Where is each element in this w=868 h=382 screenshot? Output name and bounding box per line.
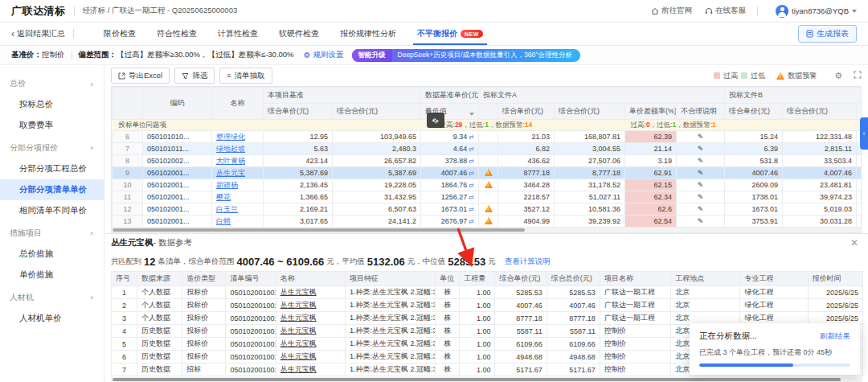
sidebar-item[interactable]: 人材机单价	[0, 308, 104, 329]
sidebar-group: 措施项目∧总价措施单价措施	[0, 223, 104, 285]
deviation-range-label: 偏差范围：	[79, 50, 117, 60]
horizontal-scrollbar[interactable]	[111, 228, 862, 233]
compare-icon[interactable]: ⇄	[469, 218, 474, 225]
calc-explain-link[interactable]: 查看计算说明	[505, 257, 551, 267]
generate-report-button[interactable]: 生成报表	[798, 25, 857, 43]
legend: 过高过低	[714, 71, 765, 81]
sidebar-item[interactable]: 单价措施	[0, 265, 104, 285]
cell-b-unit-price: 1738.01	[725, 191, 783, 203]
item-name-link[interactable]: 丛生元宝	[212, 167, 264, 179]
item-name-link[interactable]: 绿地起坡	[212, 143, 264, 155]
collapse-panel-tab[interactable]: ‹	[860, 117, 868, 150]
ref-col-专业工程: 专业工程	[740, 272, 808, 286]
user-menu-caret-icon[interactable]	[852, 10, 857, 13]
grid-settings-gear-icon[interactable]: ⚙	[834, 72, 842, 80]
sidebar-item[interactable]: 取费费率	[0, 115, 104, 136]
ref-cell: 招标	[182, 364, 226, 376]
sidebar-item[interactable]: 投标总价	[0, 94, 104, 115]
compare-icon[interactable]: ⇄	[469, 182, 474, 189]
list-extract-button[interactable]: ≡ 清单抽取	[219, 68, 272, 84]
headset-icon	[705, 7, 713, 15]
online-support-link[interactable]: 在线客服	[705, 6, 746, 16]
cell-warning	[479, 216, 498, 228]
sidebar-item[interactable]: 分部分项工程总价	[0, 158, 104, 179]
item-name-link[interactable]: 白蜡	[212, 216, 264, 228]
compare-icon[interactable]: ⇄	[469, 146, 474, 153]
cell-b-diff-rate	[857, 203, 862, 216]
edit-reason-icon[interactable]: ✎	[677, 131, 725, 143]
cell-b-unit-price: 1673.01	[725, 203, 783, 216]
table-row[interactable]: 9050102001...丛生元宝5,387.695,387.694007.46…	[113, 167, 862, 179]
reference-header-row: 序号数据来源造价类型清单编号名称项目特征单位工程量综合单价(元)综合总价(元)项…	[112, 272, 863, 286]
table-row[interactable]: 13050102001...白蜡3,017.6524,141.22676.97⇄…	[113, 216, 862, 228]
table-row[interactable]: 11050102001...樱花1,366.6531,432.951256.27…	[113, 191, 862, 203]
compare-icon[interactable]: ⇄	[469, 170, 474, 177]
edit-reason-icon[interactable]: ✎	[677, 191, 725, 203]
table-row[interactable]: 7050101011...绿地起坡5.632,480.34.64⇄6.823,0…	[113, 143, 862, 155]
edit-reason-icon[interactable]: ✎	[677, 143, 725, 155]
table-row[interactable]: 10050102001...新疆杨2,136.4519,228.051864.7…	[113, 179, 862, 191]
cell-b-unit-price: 2609.09	[725, 179, 783, 191]
compare-icon[interactable]: ⇄	[469, 206, 474, 213]
tab-符合性检查[interactable]: 符合性检查	[146, 23, 207, 45]
user-avatar[interactable]	[776, 5, 788, 18]
back-to-summary-button[interactable]: ‹ 返回结果汇总	[11, 28, 65, 39]
tab-计算性检查[interactable]: 计算性检查	[207, 23, 268, 45]
close-icon[interactable]: ✕	[847, 237, 862, 249]
fullscreen-icon[interactable]	[854, 71, 862, 80]
ai-upgrade-banner[interactable]: 智能升级 DeepSeek+历史项目/成本数据批量引入，360°合理性分析	[352, 49, 581, 62]
sidebar-item[interactable]: 总价措施	[0, 244, 104, 265]
item-name-link[interactable]: 大叶黄杨	[212, 155, 264, 167]
cell-diff-rate: 3.19	[625, 155, 677, 167]
count-value: 0	[646, 121, 650, 129]
official-site-link[interactable]: 前往官网	[651, 6, 692, 16]
compare-icon[interactable]: ⇄	[469, 133, 474, 141]
ref-cell: 投标价	[182, 338, 226, 351]
ref-col-工程地点: 工程地点	[671, 272, 740, 286]
count-label: 过高:	[631, 121, 646, 129]
table-row[interactable]: 1个人数据投标价050102001001丛生元宝枫1.种类:丛生元宝枫 2.冠幅…	[112, 286, 863, 299]
ai-upgrade-tag: 智能升级	[352, 49, 392, 62]
scrollbar-thumb[interactable]	[113, 378, 841, 381]
tab-报价规律性分析[interactable]: 报价规律性分析	[330, 23, 407, 45]
tab-限价检查[interactable]: 限价检查	[93, 23, 146, 45]
rule-settings-link[interactable]: ⚙ 规则设置	[304, 50, 344, 60]
table-row[interactable]: 12050102001...白玉兰2,169.216,507.631673.01…	[113, 203, 862, 216]
sidebar-item[interactable]: 相同清单不同单价	[0, 200, 104, 221]
item-name-link[interactable]: 整理绿化	[212, 131, 264, 143]
refresh-results-link[interactable]: 刷新结果	[820, 331, 850, 342]
horizontal-scrollbar[interactable]	[111, 377, 862, 382]
table-row[interactable]: 6050101010...整理绿化12.95103,949.659.34⇄21.…	[113, 131, 862, 143]
edit-reason-icon[interactable]: ✎	[677, 203, 725, 216]
ref-cell: 8777.18	[495, 312, 547, 325]
cell-code: 050102001...	[143, 203, 212, 216]
edit-reason-icon[interactable]: ✎	[677, 155, 725, 167]
compare-icon[interactable]: ⇄	[469, 194, 474, 201]
item-name-link[interactable]: 新疆杨	[212, 179, 264, 191]
sidebar-item[interactable]: 分部分项清单单价	[0, 179, 104, 200]
ref-cell: 株	[436, 325, 460, 338]
sidebar-group-header[interactable]: 措施项目∧	[0, 223, 104, 244]
sidebar-group-header[interactable]: 人材机∧	[0, 287, 104, 308]
tab-软硬件检查[interactable]: 软硬件检查	[268, 23, 330, 45]
edit-reason-icon[interactable]: ✎	[677, 167, 725, 179]
export-excel-button[interactable]: 导出Excel	[111, 68, 170, 84]
table-row[interactable]: 2个人数据投标价050102001001丛生元宝枫1.种类:丛生元宝枫 2.冠幅…	[112, 299, 863, 312]
item-name-link[interactable]: 白玉兰	[212, 203, 264, 216]
cell-b-unit-price: 6.39	[725, 143, 783, 155]
table-row[interactable]: 8050102002...大叶黄杨423.1426,657.82378.88⇄4…	[113, 155, 862, 167]
tab-不平衡报价[interactable]: 不平衡报价NEW	[407, 23, 493, 45]
dropdown-caret-icon[interactable]	[469, 113, 474, 116]
item-name-link[interactable]: 樱花	[212, 191, 264, 203]
list-icon: ≡	[227, 72, 231, 80]
username[interactable]: tiyan8736@YQB	[792, 6, 849, 15]
edit-reason-icon[interactable]: ✎	[677, 216, 725, 228]
filter-button[interactable]: 筛选	[174, 68, 215, 84]
cell-a-total-price: 3,004.55	[555, 143, 625, 155]
sidebar-group-header[interactable]: 总价∧	[0, 73, 104, 94]
edit-reason-icon[interactable]: ✎	[677, 179, 725, 191]
compare-icon[interactable]: ⇄	[469, 158, 474, 165]
sidebar-group-header[interactable]: 分部分项报价∧	[0, 138, 104, 158]
scrollbar-thumb[interactable]	[113, 228, 525, 232]
cell-lowest: 4007.46⇄	[421, 167, 479, 179]
